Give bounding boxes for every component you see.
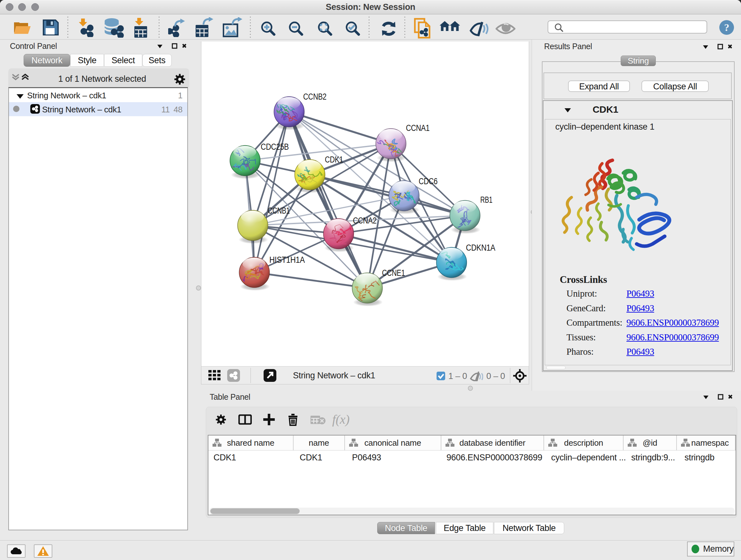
svg-text:HIST1H1A: HIST1H1A [269, 255, 305, 265]
svg-text:?: ? [724, 22, 729, 33]
svg-text:CDKN1A: CDKN1A [466, 243, 495, 253]
svg-text:CCNB2: CCNB2 [303, 92, 327, 102]
svg-text:RB1: RB1 [480, 195, 492, 205]
svg-text:CDC6: CDC6 [419, 177, 437, 186]
svg-text:CDK1: CDK1 [325, 155, 343, 165]
svg-text:CCNE1: CCNE1 [382, 268, 405, 278]
svg-text:CDC25B: CDC25B [261, 142, 289, 152]
svg-text:CCNB1: CCNB1 [268, 206, 290, 215]
svg-text:CCNA2: CCNA2 [353, 216, 377, 226]
svg-text:CCNA1: CCNA1 [406, 123, 429, 133]
